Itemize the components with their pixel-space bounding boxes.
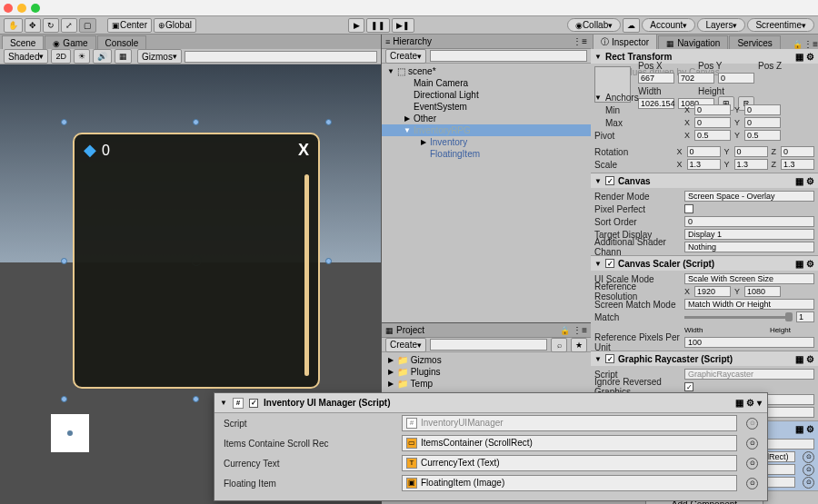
hand-tool-button[interactable]: ✋	[4, 18, 23, 33]
sort-order-field[interactable]: 0	[684, 216, 814, 227]
rotation-mode-button[interactable]: ⊕ Global	[154, 18, 196, 33]
project-panel-header[interactable]: ▦ Project🔒 ⋮≡	[382, 323, 591, 338]
project-create-dropdown[interactable]: Create ▾	[385, 338, 426, 352]
canvas-enabled-checkbox[interactable]: ✓	[605, 176, 614, 185]
anchor-miny-field[interactable]: 0	[744, 104, 781, 115]
ref-res-y[interactable]: 1080	[744, 286, 781, 297]
layout-dropdown[interactable]: Screentime ▾	[747, 18, 814, 32]
gizmos-dropdown[interactable]: Gizmos ▾	[137, 49, 182, 64]
ref-res-x[interactable]: 1920	[694, 286, 731, 297]
tab-services[interactable]: Services	[729, 35, 780, 49]
addl-shader-dropdown[interactable]: Nothing	[684, 242, 814, 252]
popup-enabled-checkbox[interactable]: ✓	[249, 399, 258, 408]
inspector-lock-icon[interactable]: 🔒	[793, 40, 803, 49]
scay-field[interactable]: 1.3	[734, 159, 768, 170]
object-picker-icon[interactable]: ⊙	[746, 438, 758, 450]
selection-handle[interactable]	[61, 396, 67, 402]
component-menu-icon[interactable]: ▦ ⚙	[795, 354, 814, 364]
canvas-header[interactable]: ▼✓Canvas▦ ⚙	[591, 173, 818, 188]
object-picker-icon[interactable]: ⊙	[803, 451, 814, 463]
popup-floating-field[interactable]: ▣FloatingItem (Image)	[402, 475, 737, 491]
component-menu-icon[interactable]: ▦ ⚙	[795, 259, 814, 269]
object-picker-icon[interactable]: ⊙	[746, 418, 758, 430]
project-filter-icon[interactable]: ⌕	[551, 338, 567, 352]
component-menu-icon[interactable]: ▦ ⚙	[795, 176, 814, 186]
popup-currency-field[interactable]: TCurrencyText (Text)	[402, 455, 737, 471]
tab-console[interactable]: Console	[97, 35, 147, 49]
project-menu-icon[interactable]: ⋮≡	[573, 325, 587, 335]
selection-handle[interactable]	[193, 119, 199, 125]
inspector-menu-icon[interactable]: ⋮≡	[803, 39, 818, 49]
pivotx-field[interactable]: 0.5	[694, 130, 731, 141]
match-value-field[interactable]: 1	[796, 311, 814, 322]
scale-tool-button[interactable]: ⤢	[61, 18, 77, 33]
ref-ppu-field[interactable]: 100	[684, 337, 814, 348]
ui-scale-dropdown[interactable]: Scale With Screen Size	[684, 273, 814, 284]
lighting-toggle[interactable]: ☀	[74, 49, 90, 64]
account-dropdown[interactable]: Account ▾	[642, 18, 695, 32]
project-search-input[interactable]	[430, 339, 547, 351]
project-star-icon[interactable]: ★	[571, 338, 587, 352]
hierarchy-search-input[interactable]	[430, 50, 587, 62]
project-item[interactable]: ▶📁 Temp	[382, 378, 591, 390]
anchor-minx-field[interactable]: 0	[694, 104, 731, 115]
object-picker-icon[interactable]: ⊙	[803, 464, 814, 476]
hierarchy-item[interactable]: ▶Other	[382, 113, 591, 124]
minimize-window-button[interactable]	[17, 4, 26, 13]
roty-field[interactable]: 0	[734, 146, 768, 157]
project-lock-icon[interactable]: 🔒	[560, 326, 570, 335]
selection-handle[interactable]	[193, 396, 199, 402]
hierarchy-menu-icon[interactable]: ⋮≡	[573, 36, 587, 46]
raycaster-header[interactable]: ▼✓Graphic Raycaster (Script)▦ ⚙	[591, 351, 818, 366]
component-menu-icon[interactable]: ▦ ⚙	[795, 424, 814, 434]
layers-dropdown[interactable]: Layers ▾	[697, 18, 745, 32]
hierarchy-item[interactable]: ▼InventoryRPG	[382, 124, 591, 136]
popup-items-field[interactable]: ▭ItemsContainer (ScrollRect)	[402, 435, 737, 451]
scaz-field[interactable]: 1.3	[781, 159, 814, 170]
pixel-perfect-checkbox[interactable]	[684, 204, 693, 213]
scax-field[interactable]: 1.3	[687, 159, 721, 170]
match-mode-dropdown[interactable]: Match Width Or Height	[684, 299, 814, 310]
match-slider[interactable]	[684, 316, 793, 319]
fx-toggle[interactable]: ▦	[115, 49, 132, 64]
move-tool-button[interactable]: ✥	[25, 18, 41, 33]
hierarchy-item[interactable]: Directional Light	[382, 89, 591, 101]
pause-button[interactable]: ❚❚	[366, 18, 390, 33]
tab-inspector[interactable]: ⓘ Inspector	[593, 35, 657, 49]
posz-field[interactable]: 0	[718, 73, 754, 84]
object-picker-icon[interactable]: ⊙	[746, 458, 758, 469]
target-display-dropdown[interactable]: Display 1	[684, 229, 814, 240]
rotx-field[interactable]: 0	[687, 146, 721, 157]
hierarchy-item[interactable]: ▼⬚ scene*	[382, 65, 591, 77]
scene-search-input[interactable]	[185, 51, 377, 63]
project-item[interactable]: ▶📁 Gizmos	[382, 354, 591, 366]
rect-tool-button[interactable]: ▢	[79, 18, 96, 33]
hierarchy-item[interactable]: ▶Inventory	[382, 136, 591, 148]
canvas-scaler-header[interactable]: ▼✓Canvas Scaler (Script)▦ ⚙	[591, 256, 818, 271]
play-button[interactable]: ▶	[348, 18, 364, 33]
zoom-window-button[interactable]	[31, 4, 40, 13]
pivoty-field[interactable]: 0.5	[744, 130, 781, 141]
hierarchy-item[interactable]: EventSystem	[382, 101, 591, 113]
popup-header[interactable]: ▼ # ✓ Inventory UI Manager (Script) ▦ ⚙ …	[214, 393, 767, 413]
pivot-mode-button[interactable]: ▣ Center	[107, 18, 152, 33]
shading-dropdown[interactable]: Shaded ▾	[4, 49, 48, 64]
hierarchy-item[interactable]: FloatingItem	[382, 148, 591, 160]
hierarchy-create-dropdown[interactable]: Create ▾	[385, 49, 426, 64]
tab-navigation[interactable]: ▦ Navigation	[658, 35, 728, 49]
canvas-scaler-enabled-checkbox[interactable]: ✓	[605, 259, 614, 268]
project-item[interactable]: ▶📁 Plugins	[382, 366, 591, 378]
anchor-maxx-field[interactable]: 0	[694, 117, 731, 128]
raycaster-enabled-checkbox[interactable]: ✓	[605, 354, 614, 363]
hierarchy-panel-header[interactable]: ≡ Hierarchy⋮≡	[382, 35, 591, 49]
posx-field[interactable]: 667	[638, 73, 674, 84]
cloud-button[interactable]: ☁	[623, 18, 640, 33]
audio-toggle[interactable]: 🔊	[93, 49, 112, 64]
ignore-reversed-checkbox[interactable]: ✓	[684, 382, 693, 391]
object-picker-icon[interactable]: ⊙	[803, 477, 814, 489]
2d-toggle[interactable]: 2D	[51, 49, 71, 64]
floating-item-square[interactable]	[51, 414, 89, 452]
tab-game[interactable]: ◉ Game	[45, 35, 95, 49]
rotz-field[interactable]: 0	[781, 146, 814, 157]
selection-handle[interactable]	[325, 258, 332, 264]
